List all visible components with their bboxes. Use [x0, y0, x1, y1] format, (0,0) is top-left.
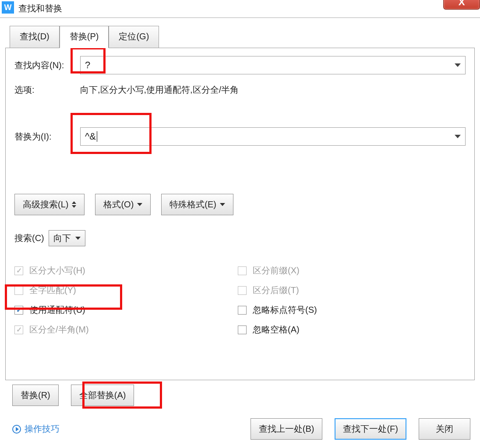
check-match-case: 区分大小写(H)	[14, 265, 238, 276]
search-direction-select[interactable]: 向下	[49, 230, 85, 246]
footer-row-2: 操作技巧 查找上一处(B) 查找下一处(F) 关闭	[5, 418, 475, 440]
replace-all-button[interactable]: 全部替换(A)	[71, 385, 134, 406]
checkbox-col-left: 区分大小写(H) 全字匹配(Y) 使用通配符(U) 区分全/半角(M)	[14, 257, 238, 343]
checkbox-icon	[238, 286, 247, 295]
close-button[interactable]: 关闭	[419, 418, 470, 440]
checkbox-icon	[238, 306, 247, 315]
chevron-down-icon	[220, 203, 225, 206]
checkbox-icon	[238, 266, 247, 275]
check-wildcards-label: 使用通配符(U)	[29, 304, 85, 316]
search-direction-value: 向下	[53, 232, 71, 244]
checkbox-icon	[14, 286, 23, 295]
check-prefix: 区分前缀(X)	[238, 265, 461, 276]
format-button[interactable]: 格式(O)	[95, 194, 151, 215]
dialog-body: 查找(D) 替换(P) 定位(G) 查找内容(N): ? 选项: 向下,区分大小…	[0, 18, 480, 440]
check-suffix: 区分后缀(T)	[238, 284, 461, 296]
find-prev-button[interactable]: 查找上一处(B)	[251, 418, 323, 440]
find-next-label: 查找下一处(F)	[343, 423, 398, 435]
toolbar-row: 高级搜索(L) 格式(O) 特殊格式(E)	[14, 194, 466, 215]
find-label: 查找内容(N):	[14, 60, 80, 71]
replace-all-label: 全部替换(A)	[79, 389, 126, 401]
checkbox-icon	[238, 326, 247, 334]
find-next-button[interactable]: 查找下一处(F)	[335, 418, 406, 440]
window-close-button[interactable]: X	[443, 0, 480, 10]
options-text: 向下,区分大小写,使用通配符,区分全/半角	[80, 84, 239, 96]
tab-goto-label: 定位(G)	[119, 32, 149, 41]
find-input[interactable]: ?	[80, 56, 466, 74]
check-whole-word: 全字匹配(Y)	[14, 284, 238, 296]
tab-panel: 查找内容(N): ? 选项: 向下,区分大小写,使用通配符,区分全/半角 替换为…	[5, 48, 475, 380]
checkbox-col-right: 区分前缀(X) 区分后缀(T) 忽略标点符号(S) 忽略空格(A)	[238, 257, 461, 343]
text-cursor	[97, 131, 97, 142]
check-full-half: 区分全/半角(M)	[14, 324, 238, 336]
app-icon: W	[2, 1, 14, 14]
search-label: 搜索(C)	[14, 232, 44, 244]
close-icon: X	[459, 0, 465, 8]
window-title: 查找和替换	[18, 3, 62, 14]
search-direction-row: 搜索(C) 向下	[14, 230, 466, 246]
check-ignore-space[interactable]: 忽略空格(A)	[238, 324, 461, 336]
tab-bar: 查找(D) 替换(P) 定位(G)	[10, 26, 475, 48]
tips-link[interactable]: 操作技巧	[12, 423, 60, 435]
format-label: 格式(O)	[103, 199, 134, 210]
chevron-down-icon	[455, 135, 461, 138]
tab-goto[interactable]: 定位(G)	[109, 26, 159, 48]
checkbox-icon	[14, 326, 23, 334]
find-input-value: ?	[85, 60, 90, 71]
sort-icon	[72, 201, 76, 208]
check-ignore-space-label: 忽略空格(A)	[253, 324, 300, 336]
checkbox-icon	[14, 266, 23, 275]
replace-button-label: 替换(R)	[21, 389, 50, 401]
tab-find-label: 查找(D)	[20, 32, 49, 41]
title-bar: W 查找和替换 X	[0, 0, 480, 18]
replace-input[interactable]: ^&	[80, 127, 466, 146]
advanced-search-button[interactable]: 高级搜索(L)	[14, 194, 85, 215]
check-whole-word-label: 全字匹配(Y)	[29, 284, 76, 296]
tab-replace-label: 替换(P)	[70, 32, 99, 41]
options-row: 选项: 向下,区分大小写,使用通配符,区分全/半角	[14, 84, 466, 96]
check-ignore-punct-label: 忽略标点符号(S)	[253, 304, 317, 316]
replace-button[interactable]: 替换(R)	[12, 385, 59, 406]
find-row: 查找内容(N): ?	[14, 56, 466, 74]
tab-find[interactable]: 查找(D)	[10, 26, 60, 48]
check-prefix-label: 区分前缀(X)	[253, 265, 300, 276]
check-match-case-label: 区分大小写(H)	[29, 265, 85, 276]
chevron-down-icon	[137, 203, 142, 206]
checkbox-icon	[14, 306, 23, 315]
check-full-half-label: 区分全/半角(M)	[29, 324, 89, 336]
check-wildcards[interactable]: 使用通配符(U)	[14, 304, 238, 316]
replace-row: 替换为(I): ^&	[14, 127, 466, 146]
checkbox-grid: 区分大小写(H) 全字匹配(Y) 使用通配符(U) 区分全/半角(M)	[14, 257, 466, 343]
options-label: 选项:	[14, 84, 80, 96]
check-suffix-label: 区分后缀(T)	[253, 284, 299, 296]
play-icon	[12, 425, 21, 434]
chevron-down-icon	[455, 63, 461, 67]
replace-label: 替换为(I):	[14, 131, 80, 143]
check-ignore-punct[interactable]: 忽略标点符号(S)	[238, 304, 461, 316]
replace-input-value: ^&	[85, 131, 96, 142]
advanced-search-label: 高级搜索(L)	[23, 199, 68, 210]
tips-label: 操作技巧	[25, 423, 60, 435]
special-label: 特殊格式(E)	[169, 199, 216, 210]
find-prev-label: 查找上一处(B)	[259, 423, 314, 435]
special-format-button[interactable]: 特殊格式(E)	[161, 194, 233, 215]
chevron-down-icon	[75, 237, 81, 240]
footer-buttons: 替换(R) 全部替换(A)	[5, 385, 475, 406]
close-label: 关闭	[436, 423, 453, 435]
tab-replace[interactable]: 替换(P)	[60, 26, 109, 48]
